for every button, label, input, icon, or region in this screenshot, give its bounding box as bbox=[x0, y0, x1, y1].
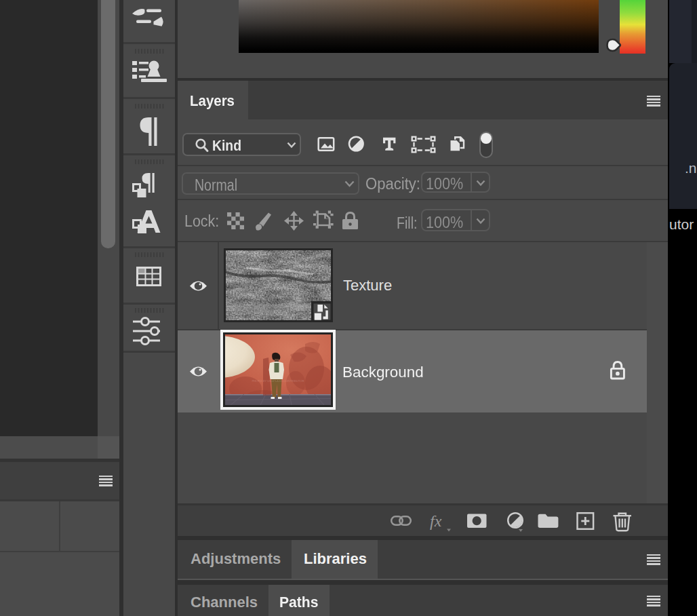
svg-text:PHOTO BY UNSPLASH CONTRIBUTOR: PHOTO BY UNSPLASH CONTRIBUTOR bbox=[252, 379, 304, 383]
svg-text:fx: fx bbox=[430, 512, 442, 530]
